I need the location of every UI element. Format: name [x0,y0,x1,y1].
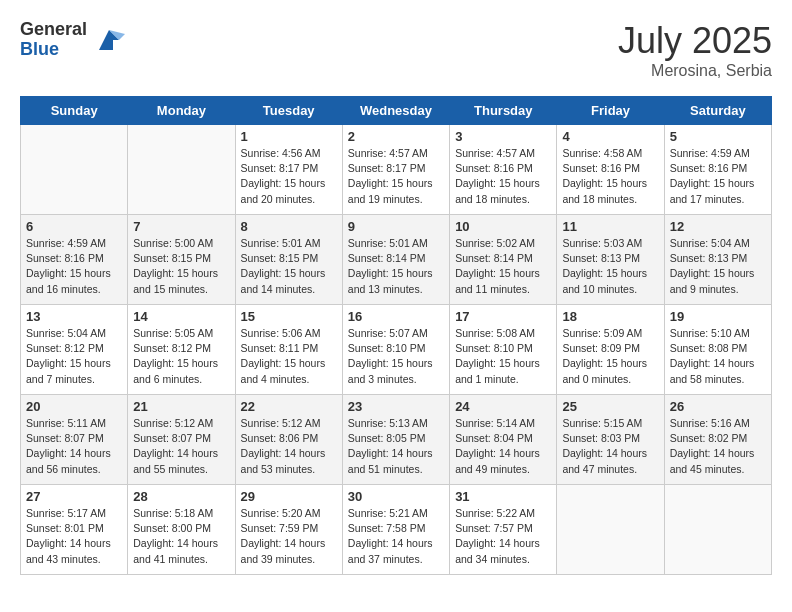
weekday-header-friday: Friday [557,97,664,125]
title-block: July 2025 Merosina, Serbia [618,20,772,80]
calendar-cell: 4Sunrise: 4:58 AM Sunset: 8:16 PM Daylig… [557,125,664,215]
calendar-cell: 7Sunrise: 5:00 AM Sunset: 8:15 PM Daylig… [128,215,235,305]
day-detail: Sunrise: 5:04 AM Sunset: 8:13 PM Dayligh… [670,236,766,297]
calendar-cell: 10Sunrise: 5:02 AM Sunset: 8:14 PM Dayli… [450,215,557,305]
calendar-cell: 20Sunrise: 5:11 AM Sunset: 8:07 PM Dayli… [21,395,128,485]
day-number: 25 [562,399,658,414]
day-detail: Sunrise: 5:20 AM Sunset: 7:59 PM Dayligh… [241,506,337,567]
day-detail: Sunrise: 5:12 AM Sunset: 8:06 PM Dayligh… [241,416,337,477]
day-detail: Sunrise: 5:17 AM Sunset: 8:01 PM Dayligh… [26,506,122,567]
day-number: 19 [670,309,766,324]
calendar-cell: 1Sunrise: 4:56 AM Sunset: 8:17 PM Daylig… [235,125,342,215]
calendar-cell [128,125,235,215]
day-detail: Sunrise: 5:02 AM Sunset: 8:14 PM Dayligh… [455,236,551,297]
day-number: 10 [455,219,551,234]
day-number: 18 [562,309,658,324]
day-number: 9 [348,219,444,234]
calendar-cell: 11Sunrise: 5:03 AM Sunset: 8:13 PM Dayli… [557,215,664,305]
weekday-header-thursday: Thursday [450,97,557,125]
day-detail: Sunrise: 5:22 AM Sunset: 7:57 PM Dayligh… [455,506,551,567]
calendar-cell: 22Sunrise: 5:12 AM Sunset: 8:06 PM Dayli… [235,395,342,485]
day-detail: Sunrise: 5:00 AM Sunset: 8:15 PM Dayligh… [133,236,229,297]
calendar-cell: 6Sunrise: 4:59 AM Sunset: 8:16 PM Daylig… [21,215,128,305]
day-number: 6 [26,219,122,234]
day-detail: Sunrise: 4:57 AM Sunset: 8:17 PM Dayligh… [348,146,444,207]
day-number: 2 [348,129,444,144]
day-detail: Sunrise: 5:10 AM Sunset: 8:08 PM Dayligh… [670,326,766,387]
calendar-cell: 23Sunrise: 5:13 AM Sunset: 8:05 PM Dayli… [342,395,449,485]
day-detail: Sunrise: 5:06 AM Sunset: 8:11 PM Dayligh… [241,326,337,387]
day-number: 14 [133,309,229,324]
week-row-4: 20Sunrise: 5:11 AM Sunset: 8:07 PM Dayli… [21,395,772,485]
day-number: 12 [670,219,766,234]
day-detail: Sunrise: 5:16 AM Sunset: 8:02 PM Dayligh… [670,416,766,477]
calendar-cell: 26Sunrise: 5:16 AM Sunset: 8:02 PM Dayli… [664,395,771,485]
day-number: 21 [133,399,229,414]
calendar-cell [557,485,664,575]
day-number: 11 [562,219,658,234]
day-number: 3 [455,129,551,144]
day-number: 24 [455,399,551,414]
week-row-2: 6Sunrise: 4:59 AM Sunset: 8:16 PM Daylig… [21,215,772,305]
calendar-cell: 9Sunrise: 5:01 AM Sunset: 8:14 PM Daylig… [342,215,449,305]
day-detail: Sunrise: 5:07 AM Sunset: 8:10 PM Dayligh… [348,326,444,387]
calendar-cell [21,125,128,215]
calendar-cell: 21Sunrise: 5:12 AM Sunset: 8:07 PM Dayli… [128,395,235,485]
calendar-cell: 17Sunrise: 5:08 AM Sunset: 8:10 PM Dayli… [450,305,557,395]
day-detail: Sunrise: 5:11 AM Sunset: 8:07 PM Dayligh… [26,416,122,477]
calendar-cell: 19Sunrise: 5:10 AM Sunset: 8:08 PM Dayli… [664,305,771,395]
calendar-cell: 24Sunrise: 5:14 AM Sunset: 8:04 PM Dayli… [450,395,557,485]
weekday-header-saturday: Saturday [664,97,771,125]
day-number: 7 [133,219,229,234]
day-number: 26 [670,399,766,414]
week-row-3: 13Sunrise: 5:04 AM Sunset: 8:12 PM Dayli… [21,305,772,395]
day-detail: Sunrise: 5:01 AM Sunset: 8:14 PM Dayligh… [348,236,444,297]
day-detail: Sunrise: 5:03 AM Sunset: 8:13 PM Dayligh… [562,236,658,297]
day-number: 20 [26,399,122,414]
calendar-cell: 29Sunrise: 5:20 AM Sunset: 7:59 PM Dayli… [235,485,342,575]
calendar-table: SundayMondayTuesdayWednesdayThursdayFrid… [20,96,772,575]
day-detail: Sunrise: 5:18 AM Sunset: 8:00 PM Dayligh… [133,506,229,567]
calendar-cell: 28Sunrise: 5:18 AM Sunset: 8:00 PM Dayli… [128,485,235,575]
day-detail: Sunrise: 4:59 AM Sunset: 8:16 PM Dayligh… [26,236,122,297]
day-number: 22 [241,399,337,414]
day-detail: Sunrise: 4:56 AM Sunset: 8:17 PM Dayligh… [241,146,337,207]
week-row-1: 1Sunrise: 4:56 AM Sunset: 8:17 PM Daylig… [21,125,772,215]
calendar-cell: 15Sunrise: 5:06 AM Sunset: 8:11 PM Dayli… [235,305,342,395]
day-detail: Sunrise: 5:12 AM Sunset: 8:07 PM Dayligh… [133,416,229,477]
day-detail: Sunrise: 5:01 AM Sunset: 8:15 PM Dayligh… [241,236,337,297]
calendar-cell: 18Sunrise: 5:09 AM Sunset: 8:09 PM Dayli… [557,305,664,395]
day-detail: Sunrise: 5:15 AM Sunset: 8:03 PM Dayligh… [562,416,658,477]
day-number: 28 [133,489,229,504]
day-number: 16 [348,309,444,324]
day-number: 1 [241,129,337,144]
day-detail: Sunrise: 5:05 AM Sunset: 8:12 PM Dayligh… [133,326,229,387]
day-number: 8 [241,219,337,234]
calendar-cell: 16Sunrise: 5:07 AM Sunset: 8:10 PM Dayli… [342,305,449,395]
calendar-cell: 25Sunrise: 5:15 AM Sunset: 8:03 PM Dayli… [557,395,664,485]
day-detail: Sunrise: 5:09 AM Sunset: 8:09 PM Dayligh… [562,326,658,387]
day-detail: Sunrise: 5:13 AM Sunset: 8:05 PM Dayligh… [348,416,444,477]
calendar-cell: 12Sunrise: 5:04 AM Sunset: 8:13 PM Dayli… [664,215,771,305]
week-row-5: 27Sunrise: 5:17 AM Sunset: 8:01 PM Dayli… [21,485,772,575]
calendar-cell: 3Sunrise: 4:57 AM Sunset: 8:16 PM Daylig… [450,125,557,215]
weekday-header-monday: Monday [128,97,235,125]
day-number: 15 [241,309,337,324]
page-header: General Blue July 2025 Merosina, Serbia [20,20,772,80]
day-number: 17 [455,309,551,324]
day-number: 31 [455,489,551,504]
calendar-cell [664,485,771,575]
day-detail: Sunrise: 5:08 AM Sunset: 8:10 PM Dayligh… [455,326,551,387]
day-detail: Sunrise: 5:14 AM Sunset: 8:04 PM Dayligh… [455,416,551,477]
logo-icon [93,26,125,54]
day-number: 4 [562,129,658,144]
calendar-cell: 8Sunrise: 5:01 AM Sunset: 8:15 PM Daylig… [235,215,342,305]
calendar-cell: 13Sunrise: 5:04 AM Sunset: 8:12 PM Dayli… [21,305,128,395]
calendar-cell: 31Sunrise: 5:22 AM Sunset: 7:57 PM Dayli… [450,485,557,575]
weekday-header-row: SundayMondayTuesdayWednesdayThursdayFrid… [21,97,772,125]
location: Merosina, Serbia [618,62,772,80]
day-detail: Sunrise: 5:21 AM Sunset: 7:58 PM Dayligh… [348,506,444,567]
day-detail: Sunrise: 4:59 AM Sunset: 8:16 PM Dayligh… [670,146,766,207]
weekday-header-sunday: Sunday [21,97,128,125]
day-number: 5 [670,129,766,144]
